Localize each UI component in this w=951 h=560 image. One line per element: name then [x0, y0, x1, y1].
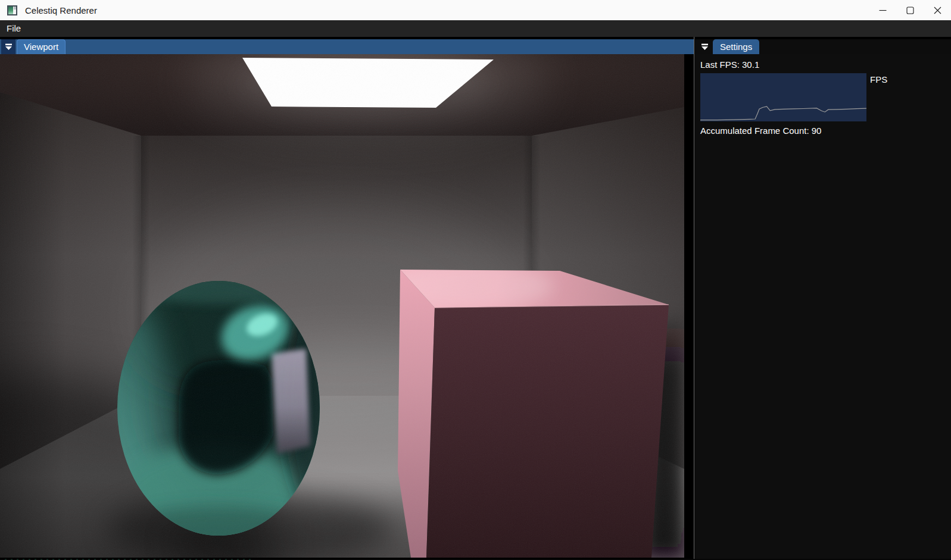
close-button[interactable] — [924, 0, 951, 20]
tab-viewport[interactable]: Viewport — [17, 39, 66, 54]
app-icon — [7, 5, 17, 15]
frame-count-text: Accumulated Frame Count: 90 — [700, 126, 951, 136]
render-viewport[interactable] — [0, 54, 684, 558]
tab-settings[interactable]: Settings — [713, 39, 759, 54]
collapse-arrow-icon — [701, 43, 709, 51]
window-titlebar[interactable]: Celestiq Renderer — [0, 0, 951, 20]
maximize-icon — [906, 6, 915, 15]
collapse-arrow-icon — [5, 43, 13, 51]
minimize-icon — [878, 6, 887, 15]
scene-3d-image — [0, 54, 684, 558]
menu-bar: File — [0, 20, 951, 37]
fps-plot-background — [700, 73, 866, 121]
menu-item-file[interactable]: File — [0, 20, 27, 37]
window-controls — [869, 0, 951, 20]
fps-plot-row: FPS — [700, 73, 951, 121]
fps-plot — [700, 73, 866, 121]
tab-viewport-label: Viewport — [24, 42, 58, 52]
last-fps-text: Last FPS: 30.1 — [700, 60, 951, 70]
settings-tabbar: Settings — [695, 37, 951, 54]
viewport-window: Viewport — [0, 37, 694, 559]
maximize-button[interactable] — [896, 0, 924, 20]
fps-plot-label: FPS — [870, 74, 887, 85]
settings-collapse-button[interactable] — [697, 39, 712, 54]
dockspace: Viewport — [0, 37, 951, 559]
settings-window: Settings Last FPS: 30.1 FPS Accumulated … — [695, 37, 951, 559]
tab-settings-label: Settings — [720, 42, 752, 52]
minimize-button[interactable] — [869, 0, 896, 20]
window-title: Celestiq Renderer — [25, 5, 97, 15]
close-icon — [933, 6, 942, 15]
settings-content: Last FPS: 30.1 FPS Accumulated Frame Cou… — [695, 54, 951, 136]
viewport-collapse-button[interactable] — [1, 39, 15, 54]
viewport-tabbar: Viewport — [0, 37, 694, 54]
